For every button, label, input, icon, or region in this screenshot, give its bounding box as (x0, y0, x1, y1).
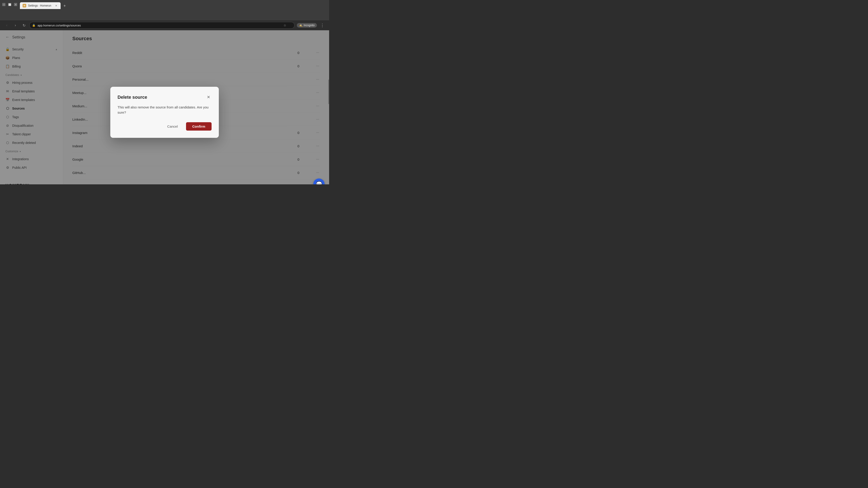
incognito-icon: 🕵 (299, 24, 303, 27)
tab-favicon: H (23, 4, 26, 7)
tab-title: Settings · Homerun (28, 4, 53, 7)
browser-menu-button[interactable]: ⋮ (319, 22, 326, 29)
cancel-button[interactable]: Cancel (162, 122, 183, 131)
forward-button[interactable]: › (12, 22, 19, 29)
dialog-title: Delete source (118, 95, 147, 100)
browser-tab[interactable]: H Settings · Homerun ✕ (20, 2, 61, 9)
dialog-close-button[interactable]: ✕ (205, 94, 212, 100)
new-tab-button[interactable]: + (61, 3, 68, 9)
reload-button[interactable]: ↻ (21, 22, 27, 29)
close-button[interactable]: ✕ (14, 3, 17, 6)
dialog-body: This will also remove the source from al… (118, 105, 212, 115)
chat-icon: 💬 (316, 181, 322, 184)
delete-source-dialog: Delete source ✕ This will also remove th… (110, 87, 219, 138)
address-input[interactable] (29, 22, 294, 29)
incognito-indicator: 🕵 Incognito (297, 23, 317, 28)
confirm-button[interactable]: Confirm (186, 122, 212, 131)
tab-close-button[interactable]: ✕ (54, 4, 58, 7)
dialog-footer: Cancel Confirm (118, 122, 212, 131)
minimize-button[interactable]: — (2, 3, 5, 6)
address-bar[interactable]: 🔒 ☆ (29, 22, 294, 29)
maximize-button[interactable]: ⬜ (8, 3, 11, 6)
window-controls: — ⬜ ✕ (2, 3, 17, 6)
dialog-header: Delete source ✕ (118, 94, 212, 100)
dialog-overlay[interactable]: Delete source ✕ This will also remove th… (0, 30, 329, 184)
back-button[interactable]: ‹ (4, 22, 10, 29)
bookmark-icon[interactable]: ☆ (283, 24, 286, 27)
